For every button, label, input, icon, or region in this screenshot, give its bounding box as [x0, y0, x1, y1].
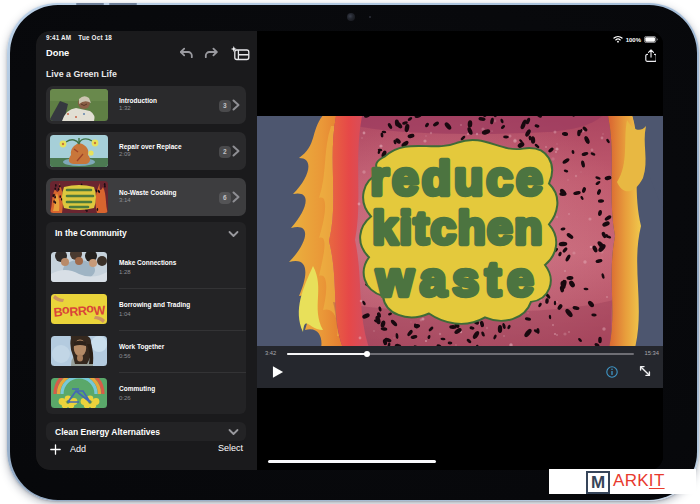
svg-text:waste: waste	[375, 253, 539, 306]
svg-text:reduce: reduce	[370, 152, 545, 205]
svg-text:kitchen: kitchen	[372, 202, 544, 254]
